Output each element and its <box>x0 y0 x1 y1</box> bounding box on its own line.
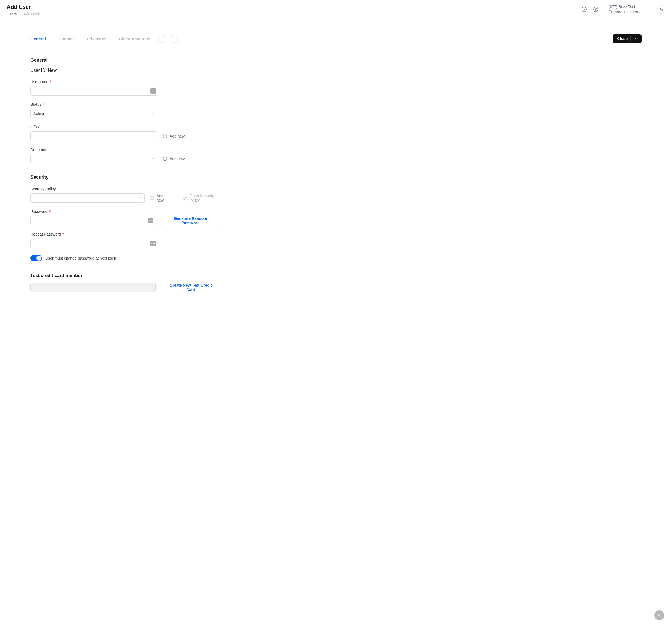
repeat-password-input[interactable] <box>30 238 158 248</box>
tab-general[interactable]: General <box>30 36 46 41</box>
label-repeat-password-text: Repeat Password <box>30 232 61 236</box>
field-repeat-password: Repeat Password * <box>30 232 221 248</box>
label-username: Username * <box>30 79 221 84</box>
field-must-change-password: User must change password at next login <box>30 255 642 261</box>
add-new-department-label: Add new <box>170 157 185 161</box>
required-asterisk: * <box>49 209 50 214</box>
field-status: Status * Active <box>30 102 221 118</box>
password-input-wrap <box>30 216 155 225</box>
password-manager-icon[interactable] <box>148 218 153 223</box>
tab-nav <box>158 34 178 43</box>
label-security-policy-text: Security Policy <box>30 187 56 191</box>
add-new-policy[interactable]: Add new <box>149 194 169 202</box>
prev-tab-button[interactable] <box>158 34 166 43</box>
help-icon[interactable] <box>592 6 599 13</box>
tab-separator <box>78 39 82 39</box>
field-office: Office Add new <box>30 125 221 141</box>
toggle-knob <box>37 256 42 261</box>
password-manager-icon[interactable] <box>150 88 156 94</box>
more-icon[interactable]: ··· <box>633 36 638 41</box>
plus-circle-icon <box>163 134 167 139</box>
required-asterisk: * <box>50 79 51 84</box>
field-department: Department Add new <box>30 148 221 164</box>
field-security-policy: Security Policy Add new <box>30 187 221 203</box>
chevron-right-icon <box>19 12 21 16</box>
repeat-password-input-wrap <box>30 238 158 248</box>
tab-separator <box>111 39 115 39</box>
chevron-down-icon <box>151 111 154 116</box>
department-select[interactable] <box>30 154 158 164</box>
undo-icon[interactable] <box>657 5 665 14</box>
status-select[interactable]: Active <box>30 109 158 118</box>
label-security-policy: Security Policy <box>30 187 221 191</box>
generate-password-button[interactable]: Generate Random Password <box>160 216 221 225</box>
must-change-toggle[interactable] <box>30 255 42 261</box>
label-status: Status * <box>30 102 221 107</box>
open-security-policy[interactable]: Open Security Policy <box>183 194 221 202</box>
header-left: Add User Users Add User <box>7 4 40 16</box>
label-password-text: Password <box>30 209 47 214</box>
tab-client-accounts[interactable]: Client Accounts <box>119 36 151 41</box>
plus-circle-icon <box>163 156 167 161</box>
username-input[interactable] <box>30 86 158 96</box>
label-repeat-password: Repeat Password * <box>30 232 221 236</box>
next-tab-button[interactable] <box>170 34 178 43</box>
section-title-security: Security <box>30 175 642 180</box>
tab-contact[interactable]: Contact <box>58 36 74 41</box>
office-select[interactable] <box>30 131 158 141</box>
close-button-label: Close <box>617 36 627 41</box>
user-id-prefix: User ID: <box>30 68 47 73</box>
vertical-divider <box>604 4 604 15</box>
open-security-policy-label: Open Security Policy <box>190 194 221 202</box>
label-department: Department <box>30 148 221 152</box>
required-asterisk: * <box>43 102 45 107</box>
username-input-wrap <box>30 86 158 96</box>
label-office-text: Office <box>30 125 40 129</box>
label-status-text: Status <box>30 102 42 107</box>
tabs-row: General Contact Privileges Client Accoun… <box>5 26 667 46</box>
header-right: (677) Buzz Tech Corporation internal <box>580 4 665 15</box>
content-surface: General Contact Privileges Client Accoun… <box>5 26 667 309</box>
form-area: General User ID: New Username * Status * <box>5 46 667 292</box>
create-test-credit-card-button[interactable]: Create New Test Credit Card <box>161 283 221 292</box>
add-new-policy-label: Add new <box>157 194 169 202</box>
field-testcc: Create New Test Credit Card <box>30 283 221 292</box>
required-asterisk: * <box>63 232 64 236</box>
chevron-down-icon <box>151 157 154 161</box>
status-value: Active <box>33 111 44 116</box>
testcc-input <box>30 283 155 292</box>
company-label: (677) Buzz Tech Corporation internal <box>608 4 653 15</box>
password-manager-icon[interactable] <box>150 241 156 246</box>
tab-separator <box>50 39 54 39</box>
plus-circle-icon <box>149 196 154 201</box>
chevron-down-icon <box>151 134 154 139</box>
breadcrumb-current: Add User <box>23 12 40 16</box>
chevron-down-icon <box>138 196 142 200</box>
close-button[interactable]: Close ··· <box>613 34 642 43</box>
tabs: General Contact Privileges Client Accoun… <box>30 34 178 43</box>
must-change-label: User must change password at next login <box>45 256 116 260</box>
security-policy-select[interactable] <box>30 193 145 203</box>
field-username: Username * <box>30 79 221 96</box>
breadcrumb-root[interactable]: Users <box>7 12 17 16</box>
password-input[interactable] <box>30 216 155 225</box>
field-password: Password * Generate Random Password <box>30 209 221 225</box>
section-title-testcc: Test credit card number <box>30 273 642 278</box>
label-department-text: Department <box>30 148 51 152</box>
section-title-general: General <box>30 57 642 63</box>
add-new-office[interactable]: Add new <box>163 134 185 139</box>
tab-privileges[interactable]: Privileges <box>87 36 106 41</box>
label-office: Office <box>30 125 221 129</box>
history-icon[interactable] <box>580 6 588 13</box>
add-new-department[interactable]: Add new <box>163 156 185 161</box>
page-title: Add User <box>7 4 40 10</box>
user-id-line: User ID: New <box>30 68 642 73</box>
vertical-divider <box>176 195 176 201</box>
breadcrumb: Users Add User <box>7 12 40 16</box>
label-username-text: Username <box>30 79 48 84</box>
add-new-office-label: Add new <box>170 134 185 139</box>
label-password: Password * <box>30 209 221 214</box>
page-header: Add User Users Add User (677) Buzz Tech … <box>0 0 672 21</box>
user-id-value: New <box>48 68 57 73</box>
link-icon <box>183 196 187 201</box>
